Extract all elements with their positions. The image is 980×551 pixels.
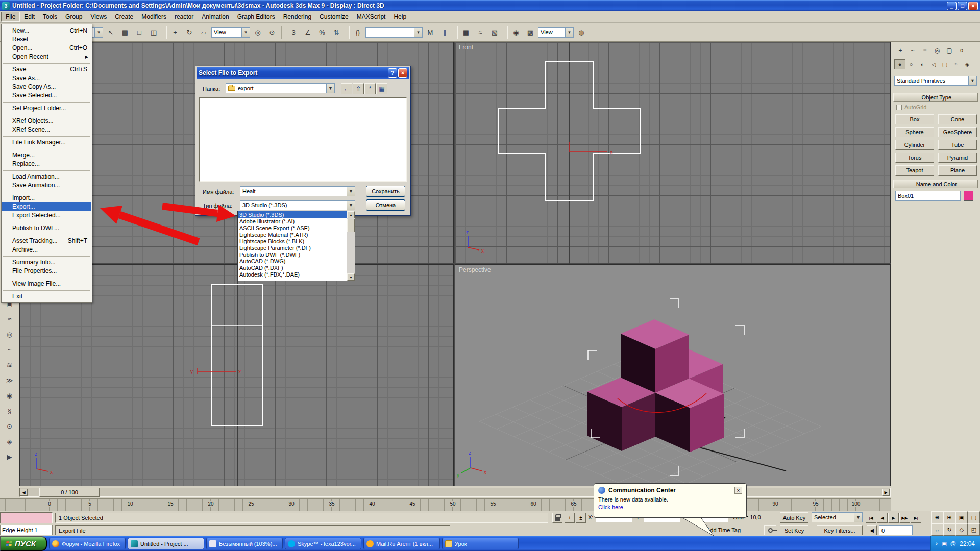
menubar-item[interactable]: Group	[61, 12, 86, 21]
autogrid-checkbox[interactable]	[896, 105, 902, 110]
time-slider-button[interactable]: 0 / 100	[39, 488, 100, 497]
menu-item-xref-scene[interactable]: XRef Scene...	[2, 125, 91, 134]
save-button[interactable]: Сохранить	[366, 186, 405, 197]
primitive-button[interactable]: Sphere	[895, 127, 934, 137]
create-tab-icon[interactable]: +	[894, 45, 906, 56]
menu-item-open-recent[interactable]: Open Recent	[2, 52, 91, 61]
new-folder-icon[interactable]: *	[364, 83, 376, 94]
menu-item-reset[interactable]: Reset	[2, 35, 91, 43]
tray-message-icon[interactable]: @	[950, 540, 956, 547]
pan-icon[interactable]: ↔	[931, 523, 943, 536]
tray-display-icon[interactable]: ▣	[941, 540, 946, 547]
menu-item-load-animation[interactable]: Load Animation...	[2, 172, 91, 181]
tray-volume-icon[interactable]: ♪	[935, 540, 938, 547]
reactor-wind-icon[interactable]: ≫	[3, 373, 17, 387]
filetype-option[interactable]: ASCII Scene Export (*.ASE)	[238, 224, 347, 231]
menubar-item[interactable]: Graph Editors	[233, 12, 279, 21]
go-to-end-button[interactable]: ▶|	[911, 513, 921, 523]
menu-item-export[interactable]: Export...	[2, 202, 91, 211]
arc-rotate-icon[interactable]: ↻	[943, 523, 955, 536]
selection-lock-button[interactable]	[552, 513, 562, 523]
percent-snap-icon[interactable]: %	[315, 26, 329, 39]
key-mode-combo[interactable]: Selected▼	[812, 512, 863, 522]
time-slider-next-icon[interactable]: ▶	[882, 489, 890, 496]
reactor-cloth-icon[interactable]: ≈	[3, 312, 17, 325]
scrollbar-thumb[interactable]	[347, 219, 355, 232]
menubar-item[interactable]: MAXScript	[353, 12, 390, 21]
primitive-button[interactable]: Box	[895, 114, 934, 124]
primitive-button[interactable]: Torus	[895, 153, 934, 163]
systems-category-icon[interactable]: ◈	[962, 59, 973, 69]
maximize-button[interactable]: □	[958, 2, 967, 10]
click-here-link[interactable]: Click here.	[598, 504, 625, 510]
time-slider-track[interactable]	[19, 488, 891, 497]
dialog-help-button[interactable]: ?	[388, 68, 397, 78]
render-type-combo[interactable]: View	[538, 27, 574, 38]
geometry-category-icon[interactable]: ●	[894, 59, 905, 69]
dropdown-scrollbar[interactable]: ▲ ▼	[347, 211, 355, 281]
go-to-frame-icon[interactable]: ◀	[867, 525, 877, 535]
start-button[interactable]: ПУСК	[0, 536, 47, 551]
folder-combo[interactable]: export ▼	[226, 83, 335, 93]
menu-item-view-image-file[interactable]: View Image File...	[2, 279, 91, 288]
track-bar[interactable]: 0510152025303540455055606570758085909510…	[0, 498, 891, 511]
primitive-button[interactable]: Teapot	[895, 165, 934, 176]
filetype-option[interactable]: AutoCAD (*.DXF)	[238, 264, 347, 271]
layer-manager-icon[interactable]: ▦	[459, 26, 473, 39]
taskbar-button-firefox[interactable]: Форум - Mozilla Firefox	[49, 538, 126, 549]
primitive-button[interactable]: Tube	[938, 140, 977, 150]
taskbar-button-3dsmax[interactable]: Untitled - Project ...	[128, 538, 204, 549]
scroll-up-icon[interactable]: ▲	[347, 211, 355, 218]
snaps-toggle-icon[interactable]: 3	[287, 26, 300, 39]
menu-item-export-selected[interactable]: Export Selected...	[2, 211, 91, 219]
menu-item-open[interactable]: Open...Ctrl+O	[2, 43, 91, 52]
display-tab-icon[interactable]: ▢	[943, 45, 955, 56]
reactor-preview-icon[interactable]: ▶	[3, 450, 17, 463]
menubar-item[interactable]: Rendering	[279, 12, 315, 21]
taskbar-button-mailru[interactable]: Mail.Ru Агент (1 вкл...	[363, 538, 440, 549]
menu-item-publish-to-dwf[interactable]: Publish to DWF...	[2, 223, 91, 232]
filetype-option[interactable]: Autodesk (*.FBX,*.DAE)	[238, 271, 347, 278]
reference-coordinate-combo[interactable]: View	[211, 27, 250, 38]
select-object-icon[interactable]: ↖	[104, 26, 117, 39]
quick-render-icon[interactable]: ◍	[575, 26, 588, 39]
min-max-toggle-icon[interactable]: ◰	[968, 523, 980, 536]
curve-editor-icon[interactable]: ≈	[474, 26, 487, 39]
reactor-fracture-icon[interactable]: ◈	[3, 435, 17, 448]
menu-item-xref-objects[interactable]: XRef Objects...	[2, 116, 91, 125]
render-setup-icon[interactable]: ▩	[524, 26, 537, 39]
filename-combo[interactable]: Healt▼	[240, 186, 355, 196]
next-frame-button[interactable]: ▶▶	[899, 513, 910, 523]
lights-category-icon[interactable]: ◐	[917, 59, 928, 69]
menubar-item[interactable]: Customize	[315, 12, 353, 21]
reactor-spring-icon[interactable]: §	[3, 404, 17, 417]
time-slider-prev-icon[interactable]: ◀	[20, 489, 28, 496]
primitive-button[interactable]: Plane	[938, 165, 977, 176]
angle-snap-icon[interactable]: ∠	[301, 26, 314, 39]
zoom-region-icon[interactable]: ▢	[968, 511, 980, 523]
absolute-mode-button[interactable]: +	[565, 513, 575, 523]
filetype-combo[interactable]: 3D Studio (*.3DS)▼	[240, 200, 355, 210]
select-and-move-icon[interactable]: +	[168, 26, 182, 39]
menu-item-save-animation[interactable]: Save Animation...	[2, 181, 91, 189]
minimize-button[interactable]: _	[947, 2, 957, 10]
space-warps-category-icon[interactable]: ≈	[950, 59, 962, 69]
menubar-item[interactable]: Modifiers	[137, 12, 170, 21]
primitive-button[interactable]: Pyramid	[938, 153, 977, 163]
file-list-area[interactable]	[199, 97, 407, 182]
select-by-name-icon[interactable]: ▤	[118, 26, 132, 39]
menu-item-save-as[interactable]: Save As...	[2, 73, 91, 82]
mirror-icon[interactable]: M	[424, 26, 437, 39]
filetype-option[interactable]: Adobe Illustrator (*.AI)	[238, 218, 347, 224]
current-frame-input[interactable]: 0	[879, 525, 913, 535]
material-editor-icon[interactable]: ◉	[509, 26, 523, 39]
menu-item-import[interactable]: Import...	[2, 193, 91, 202]
primitive-button[interactable]: GeoSphere	[938, 127, 977, 137]
menubar-item[interactable]: Create	[111, 12, 137, 21]
maxscript-mini-listener-macro[interactable]	[0, 512, 53, 523]
box-cross-object[interactable]	[587, 319, 724, 452]
primitives-combo[interactable]: Standard Primitives▼	[894, 76, 977, 86]
popup-close-icon[interactable]: ×	[734, 487, 742, 494]
menubar-item[interactable]: Views	[86, 12, 111, 21]
viewport-perspective[interactable]: Perspective	[455, 264, 891, 486]
